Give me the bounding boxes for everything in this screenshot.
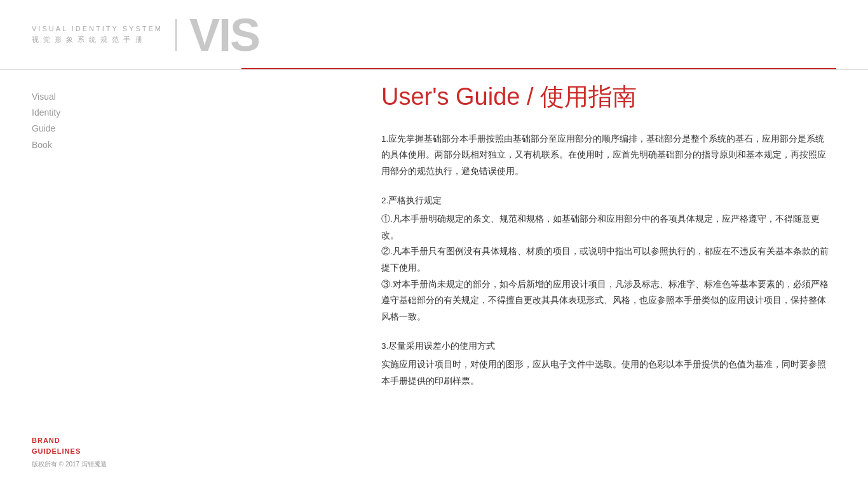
paragraph-2-line-2: ②.凡本手册只有图例没有具体规格、材质的项目，或说明中指出可以参照执行的，都应在… (381, 243, 830, 276)
sidebar-brand: BRAND GUIDELINES (32, 435, 107, 456)
sidebar-line-2: Identity (32, 105, 133, 121)
header-red-line (241, 68, 836, 69)
paragraph-1: 1.应先掌握基础部分本手册按照由基础部分至应用部分的顺序编排，基础部分是整个系统… (381, 131, 830, 180)
main-content: User's Guide / 使用指南 1.应先掌握基础部分本手册按照由基础部分… (381, 83, 830, 469)
paragraph-2: 2.严格执行规定 ①.凡本手册明确规定的条文、规范和规格，如基础部分和应用部分中… (381, 193, 830, 325)
content-body: 1.应先掌握基础部分本手册按照由基础部分至应用部分的顺序编排，基础部分是整个系统… (381, 131, 830, 390)
paragraph-2-line-1: ①.凡本手册明确规定的条文、规范和规格，如基础部分和应用部分中的各项具体规定，应… (381, 211, 830, 243)
sidebar-line-4: Book (32, 137, 133, 153)
sidebar-copyright: 版权所有 © 2017 泻锖魇遁 (32, 460, 107, 469)
header-branding: VISUAL IDENTITY SYSTEM 视 觉 形 象 系 统 规 范 手… (32, 25, 163, 44)
paragraph-1-text: 1.应先掌握基础部分本手册按照由基础部分至应用部分的顺序编排，基础部分是整个系统… (381, 134, 826, 176)
paragraph-3: 3.尽量采用误差小的使用方式 实施应用设计项目时，对使用的图形，应从电子文件中选… (381, 338, 830, 390)
brand-line-2: GUIDELINES (32, 446, 107, 457)
header-cn-text: 视 觉 形 象 系 统 规 范 手 册 (32, 35, 163, 44)
header-divider (175, 19, 177, 51)
sidebar: Visual Identity Guide Book (32, 89, 133, 153)
paragraph-3-title: 3.尽量采用误差小的使用方式 (381, 338, 830, 355)
header-en-text: VISUAL IDENTITY SYSTEM (32, 25, 163, 32)
paragraph-2-line-3: ③.对本手册尚未规定的部分，如今后新增的应用设计项目，凡涉及标志、标准字、标准色… (381, 276, 830, 325)
sidebar-line-3: Guide (32, 121, 133, 137)
paragraph-2-title: 2.严格执行规定 (381, 193, 830, 209)
sidebar-title: Visual Identity Guide Book (32, 89, 133, 153)
brand-line-1: BRAND (32, 435, 107, 446)
paragraph-3-line-1: 实施应用设计项目时，对使用的图形，应从电子文件中选取。使用的色彩以本手册提供的色… (381, 356, 830, 389)
sidebar-line-1: Visual (32, 89, 133, 105)
header: VISUAL IDENTITY SYSTEM 视 觉 形 象 系 统 规 范 手… (0, 0, 868, 70)
header-vis-text: VIS (189, 12, 259, 58)
sidebar-bottom: BRAND GUIDELINES 版权所有 © 2017 泻锖魇遁 (32, 435, 107, 469)
page-title: User's Guide / 使用指南 (381, 83, 830, 112)
